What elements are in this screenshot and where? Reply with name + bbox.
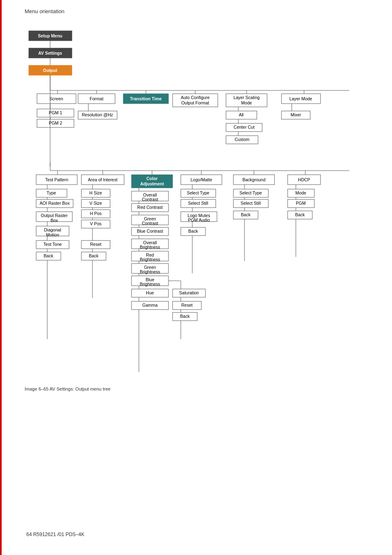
svg-text:Contrast: Contrast [142,197,158,202]
svg-text:Layer Scaling: Layer Scaling [233,95,260,100]
diagram-area: .box-text { font-family: Arial, sans-ser… [25,27,392,380]
svg-text:Center Cut: Center Cut [234,125,255,130]
svg-text:Mode: Mode [241,100,252,105]
svg-text:Format: Format [90,96,103,101]
svg-text:Motion: Motion [46,232,59,237]
svg-text:Mode: Mode [295,190,306,195]
svg-text:Contrast: Contrast [142,221,158,226]
svg-text:Mixer: Mixer [291,112,301,117]
menu-tree-diagram: .box-text { font-family: Arial, sans-ser… [25,27,382,380]
svg-text:Auto Configure: Auto Configure [181,95,210,100]
svg-text:H Pos: H Pos [90,211,102,216]
svg-text:Custom: Custom [235,137,249,142]
svg-text:PGM Audio: PGM Audio [188,217,210,222]
page-left-border [0,0,2,555]
svg-text:Resolution @Hz: Resolution @Hz [82,112,113,117]
svg-text:AOI Raster Box: AOI Raster Box [40,201,70,206]
svg-text:Background: Background [242,177,265,182]
svg-text:Box: Box [51,218,58,223]
svg-text:All: All [239,112,244,117]
svg-text:Back: Back [241,212,251,217]
svg-text:Output Raster: Output Raster [41,213,68,218]
svg-text:Brightness: Brightness [140,245,160,250]
svg-text:Red Contrast: Red Contrast [137,205,163,210]
diagram-caption: Image 6–65 AV Settings: Output menu tree [25,386,392,391]
svg-text:Type: Type [47,190,56,195]
svg-text:Brightness: Brightness [140,282,160,287]
svg-text:Select Type: Select Type [187,190,210,195]
svg-text:Reset: Reset [90,242,101,247]
svg-text:Gamma: Gamma [142,303,158,308]
svg-text:Back: Back [188,229,198,234]
svg-text:H Size: H Size [90,190,102,195]
svg-text:Screen: Screen [49,96,63,101]
svg-text:Diagonal: Diagonal [44,227,61,232]
svg-text:Back: Back [44,253,53,258]
footer-text: 64 R5912621 /01 PDS–4K [6,532,84,537]
svg-text:Area of Interest: Area of Interest [88,177,118,182]
svg-text:Reset: Reset [181,303,193,308]
svg-text:Select Still: Select Still [240,201,261,206]
svg-text:PGM 1: PGM 1 [49,110,62,115]
svg-text:PGM 2: PGM 2 [49,120,62,125]
svg-text:AV Settings: AV Settings [38,51,62,56]
page-footer: 64 R5912621 /01 PDS–4K [0,526,392,543]
svg-text:HDCP: HDCP [298,177,310,182]
svg-text:Color: Color [146,176,157,181]
svg-text:Brightness: Brightness [140,257,160,262]
svg-text:V Pos: V Pos [90,221,101,226]
svg-text:Saturation: Saturation [179,290,199,295]
svg-text:Logo/Matte: Logo/Matte [191,177,212,182]
svg-text:Output: Output [43,68,58,73]
page-header: Menu orientation [25,8,392,14]
svg-text:Test Tone: Test Tone [44,242,62,247]
svg-text:Blue Contrast: Blue Contrast [137,229,163,234]
svg-text:PGM: PGM [296,201,306,206]
svg-text:Brightness: Brightness [140,269,160,274]
svg-text:Select Type: Select Type [240,190,262,195]
svg-text:Setup Menu: Setup Menu [38,33,62,38]
svg-text:V Size: V Size [90,201,102,206]
svg-text:Output Format: Output Format [181,100,209,105]
svg-text:Adjustment: Adjustment [140,181,164,186]
footer-left-bar [0,526,2,543]
svg-text:Back: Back [180,314,190,319]
svg-text:Layer Mode: Layer Mode [289,96,312,101]
svg-text:Select Still: Select Still [188,201,208,206]
svg-text:Hue: Hue [146,290,154,295]
svg-text:Transition Time: Transition Time [130,96,162,101]
svg-text:Back: Back [89,253,99,258]
svg-text:Back: Back [295,212,305,217]
svg-text:Test Pattern: Test Pattern [45,177,68,182]
